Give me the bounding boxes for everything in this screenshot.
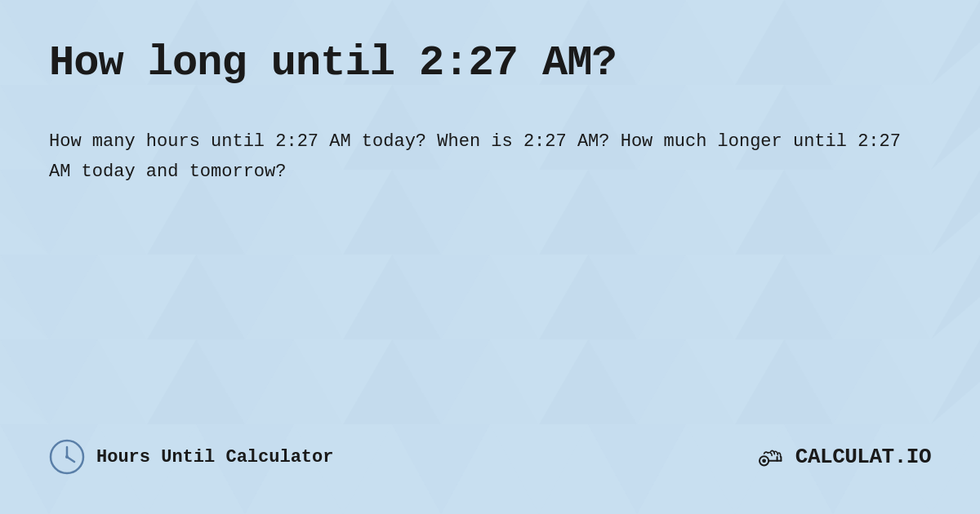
page-title: How long until 2:27 AM? xyxy=(49,39,931,87)
svg-point-121 xyxy=(762,459,766,463)
footer: Hours Until Calculator xyxy=(49,439,931,481)
branding-left: Hours Until Calculator xyxy=(49,439,333,475)
calculat-logo-icon xyxy=(756,441,789,473)
main-content: How long until 2:27 AM? How many hours u… xyxy=(49,39,931,439)
calculat-brand-text: CALCULAT.IO xyxy=(795,445,931,469)
branding-label: Hours Until Calculator xyxy=(96,447,333,467)
page-description: How many hours until 2:27 AM today? When… xyxy=(49,126,915,188)
clock-icon xyxy=(49,439,85,475)
branding-right: CALCULAT.IO xyxy=(756,441,931,473)
svg-point-119 xyxy=(65,455,69,459)
